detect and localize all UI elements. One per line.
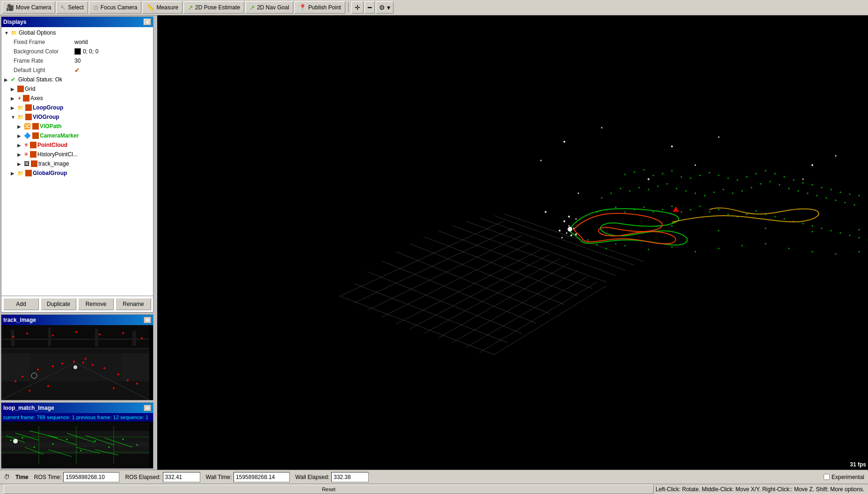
viogroup-check[interactable] bbox=[25, 114, 32, 120]
add-button[interactable]: Add bbox=[3, 298, 39, 310]
svg-point-19 bbox=[47, 385, 49, 387]
historypointcl-check[interactable] bbox=[30, 151, 36, 158]
track-image-check[interactable] bbox=[31, 160, 37, 167]
cameramarker-check[interactable] bbox=[32, 132, 39, 139]
nav-line-btn[interactable]: ━ bbox=[365, 1, 375, 14]
global-options-arrow: ▼ bbox=[4, 30, 11, 36]
pose2d-button[interactable]: ↗ 2D Pose Estimate bbox=[183, 1, 244, 14]
remove-button[interactable]: Remove bbox=[78, 298, 114, 310]
svg-point-30 bbox=[12, 336, 14, 338]
viopath-row[interactable]: ▶ 🔀 VIOPath bbox=[2, 122, 152, 131]
reset-button[interactable]: Reset bbox=[4, 485, 654, 494]
global-options-row[interactable]: ▼ 📁 Global Options bbox=[2, 28, 152, 37]
svg-point-99 bbox=[718, 137, 720, 138]
displays-close-button[interactable]: ✕ bbox=[144, 19, 151, 25]
svg-point-140 bbox=[826, 197, 827, 199]
svg-point-190 bbox=[784, 218, 785, 220]
svg-rect-28 bbox=[95, 329, 98, 347]
default-light-check[interactable]: ✔ bbox=[74, 66, 80, 74]
svg-point-6 bbox=[37, 369, 39, 370]
svg-point-114 bbox=[811, 164, 813, 166]
axes-row[interactable]: ▶ ✦ Axes bbox=[2, 94, 152, 103]
select-button[interactable]: ↖ Select bbox=[56, 1, 88, 14]
navgoal-button[interactable]: ↗ 2D Nav Goal bbox=[245, 1, 293, 14]
svg-point-120 bbox=[639, 187, 640, 189]
viopath-arrow: ▶ bbox=[17, 124, 24, 129]
globalgroup-row[interactable]: ▶ 📁 GlobalGroup bbox=[2, 168, 152, 178]
grid-row[interactable]: ▶ Grid bbox=[2, 84, 152, 94]
wall-time-input[interactable] bbox=[233, 472, 290, 482]
historypointcl-label: HistoryPointCl... bbox=[37, 151, 78, 158]
svg-point-60 bbox=[52, 443, 54, 445]
svg-point-137 bbox=[798, 190, 799, 192]
global-status-row[interactable]: ▶ ✔ Global Status: Ok bbox=[2, 75, 152, 84]
ros-elapsed-input[interactable] bbox=[163, 472, 200, 482]
svg-point-67 bbox=[13, 439, 18, 443]
default-light-label: Default Light bbox=[14, 67, 74, 73]
globalgroup-arrow: ▶ bbox=[11, 171, 17, 176]
publish-point-button[interactable]: 📍 Publish Point bbox=[294, 1, 345, 14]
svg-point-122 bbox=[657, 186, 659, 187]
track-image-close-button[interactable]: ✕ bbox=[144, 317, 151, 323]
frame-rate-label: Frame Rate bbox=[14, 58, 74, 64]
measure-button[interactable]: 📏 Measure bbox=[142, 1, 182, 14]
color-swatch[interactable] bbox=[74, 48, 81, 55]
svg-point-182 bbox=[709, 211, 710, 213]
svg-point-193 bbox=[812, 225, 813, 227]
globalgroup-check[interactable] bbox=[25, 170, 32, 176]
svg-point-104 bbox=[559, 230, 561, 232]
svg-point-156 bbox=[737, 180, 738, 181]
svg-point-9 bbox=[73, 361, 75, 363]
pointcloud-check[interactable] bbox=[30, 142, 36, 148]
fps-badge: 31 fps bbox=[850, 461, 866, 468]
loop-match-close-button[interactable]: ✕ bbox=[144, 405, 151, 411]
loopgroup-row[interactable]: ▶ 📁 LoopGroup bbox=[2, 103, 152, 112]
pointcloud-row[interactable]: ▶ ✳ PointCloud bbox=[2, 140, 152, 150]
svg-point-216 bbox=[671, 247, 673, 248]
loopgroup-folder-icon: 📁 bbox=[17, 105, 24, 111]
cameramarker-row[interactable]: ▶ 🔷 CameraMarker bbox=[2, 131, 152, 140]
svg-point-186 bbox=[746, 214, 748, 215]
svg-point-157 bbox=[746, 176, 748, 178]
svg-point-231 bbox=[812, 231, 813, 232]
svg-point-113 bbox=[802, 179, 804, 180]
svg-rect-23 bbox=[1, 325, 149, 349]
svg-point-194 bbox=[821, 228, 823, 229]
svg-point-97 bbox=[671, 145, 673, 147]
duplicate-button[interactable]: Duplicate bbox=[41, 298, 76, 310]
svg-point-135 bbox=[779, 184, 780, 186]
viogroup-row[interactable]: ▼ 📁 VIOGroup bbox=[2, 112, 152, 122]
svg-point-121 bbox=[648, 189, 649, 190]
wall-elapsed-input[interactable] bbox=[331, 472, 369, 482]
pose2d-label: 2D Pose Estimate bbox=[195, 4, 240, 11]
experimental-checkbox[interactable] bbox=[824, 474, 830, 480]
svg-point-34 bbox=[99, 334, 101, 335]
viopath-check[interactable] bbox=[32, 123, 39, 130]
viopath-icon: 🔀 bbox=[24, 123, 31, 130]
svg-point-20 bbox=[113, 387, 115, 389]
grid-label: Grid bbox=[25, 86, 36, 92]
svg-point-57 bbox=[10, 440, 12, 441]
axes-check[interactable] bbox=[23, 95, 29, 102]
interact-icon-btn[interactable]: ✛ bbox=[351, 1, 364, 14]
global-status-label: Global Status: Ok bbox=[18, 76, 62, 83]
move-camera-button[interactable]: 🎥 Move Camera bbox=[2, 1, 55, 14]
loop-match-panel: loop_match_Image ✕ current frame: 769 se… bbox=[1, 402, 153, 469]
ros-time-input[interactable] bbox=[63, 472, 119, 482]
grid-check[interactable] bbox=[17, 86, 24, 92]
settings-icon: ⚙ ▾ bbox=[379, 4, 390, 11]
rename-button[interactable]: Rename bbox=[116, 298, 151, 310]
svg-point-144 bbox=[625, 174, 626, 175]
historypointcl-row[interactable]: ▶ ✳ HistoryPointCl... bbox=[2, 150, 152, 159]
svg-point-230 bbox=[765, 228, 766, 229]
track-image-arrow: ▶ bbox=[17, 161, 24, 167]
track-image-row[interactable]: ▶ 🖼 track_image bbox=[2, 159, 152, 168]
focus-camera-button[interactable]: ⊙ Focus Camera bbox=[89, 1, 142, 14]
svg-point-168 bbox=[849, 194, 851, 195]
loopgroup-check[interactable] bbox=[25, 104, 32, 111]
svg-point-147 bbox=[653, 175, 654, 176]
svg-point-152 bbox=[700, 175, 701, 176]
toolbar: 🎥 Move Camera ↖ Select ⊙ Focus Camera 📏 … bbox=[0, 0, 868, 15]
3d-viewport[interactable]: 31 fps bbox=[157, 15, 868, 470]
settings-btn[interactable]: ⚙ ▾ bbox=[376, 1, 394, 14]
